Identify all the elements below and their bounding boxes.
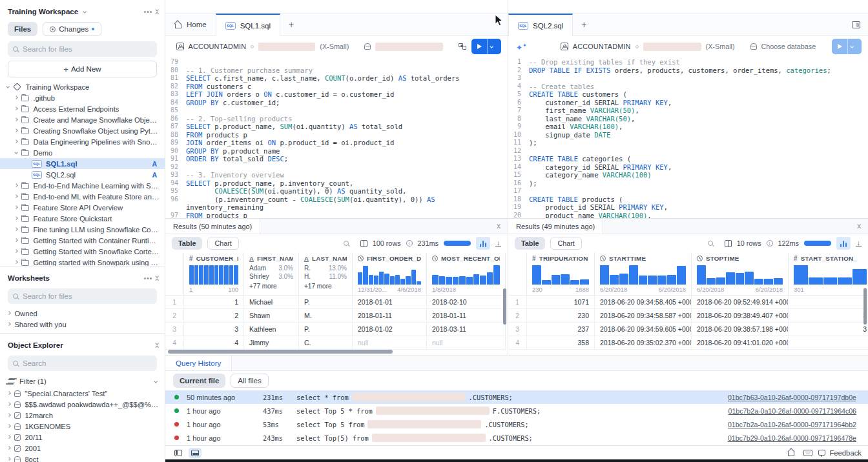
- table-cell[interactable]: 230: [527, 309, 595, 322]
- table-row[interactable]: 11MichaelP.2018-01-012018-02-10: [165, 296, 506, 309]
- object-explorer-item[interactable]: 2001: [0, 443, 165, 454]
- current-file-filter-button[interactable]: Current file: [173, 374, 225, 388]
- table-row[interactable]: 43582018-06-20 09:35:02.370 +00002018-06…: [508, 336, 868, 350]
- table-cell[interactable]: null: [353, 336, 427, 349]
- file-tree-folder[interactable]: Creating Snowflake Object using Python A…: [0, 125, 165, 136]
- split-editor-icon[interactable]: [852, 21, 860, 28]
- table-cell[interactable]: 2018-06-20 09:34:58.405 +0000: [595, 296, 692, 308]
- file-tree-folder[interactable]: Getting Started with Snowflake Cortex ML…: [0, 246, 165, 257]
- results-column-header[interactable]: #CUSTOMER_ID1100: [184, 252, 244, 295]
- table-cell[interactable]: 2: [184, 309, 244, 322]
- table-cell[interactable]: P.: [299, 323, 353, 336]
- file-tree-folder[interactable]: Create and Manage Snowflake Objects like…: [0, 114, 165, 125]
- run-button[interactable]: [832, 39, 862, 54]
- worksheets-search-input[interactable]: [23, 292, 152, 300]
- chevron-right-icon[interactable]: [14, 95, 18, 99]
- results-tab[interactable]: Results (50 minutes ago): [165, 219, 260, 234]
- object-explorer-item[interactable]: "Special.Characters' Test": [0, 388, 165, 399]
- file-tree-folder[interactable]: Data Engineering Pipelines with Snowpark…: [0, 136, 165, 147]
- tab-home[interactable]: Home: [165, 14, 216, 35]
- object-explorer-search[interactable]: [8, 356, 157, 371]
- collapse-panel-icon[interactable]: [156, 275, 158, 281]
- horizontal-scrollbar[interactable]: [168, 350, 393, 354]
- filter-row[interactable]: Filter (1): [0, 375, 165, 388]
- file-tree-folder[interactable]: Getting started with Snowpark using Snow…: [0, 257, 165, 266]
- table-cell[interactable]: null: [427, 336, 506, 349]
- table-row[interactable]: 22302018-06-20 09:34:58.587 +00002018-06…: [508, 309, 868, 323]
- columns-icon[interactable]: [725, 240, 732, 247]
- tab-sql1[interactable]: SQL1.sql: [216, 14, 280, 36]
- query-history-row[interactable]: 1 hour ago243msselect Top(5) from.CUSTOM…: [165, 431, 868, 445]
- info-icon[interactable]: [406, 240, 413, 246]
- table-cell[interactable]: 2018-02-10: [427, 296, 506, 308]
- object-explorer-item[interactable]: 8oct: [0, 454, 165, 462]
- table-cell[interactable]: 2018-06-20 09:38:49.407 +0000: [692, 309, 789, 322]
- chevron-right-icon[interactable]: [14, 238, 18, 242]
- sql-editor-left[interactable]: 7980-- 1. Customer purchase summary81SEL…: [165, 57, 508, 218]
- tab-sql2[interactable]: SQL2.sql: [508, 14, 573, 36]
- object-explorer-item[interactable]: 12march: [0, 410, 165, 421]
- feedback-button[interactable]: Feedback: [818, 449, 862, 457]
- chevron-right-icon[interactable]: [14, 194, 18, 198]
- query-history-row[interactable]: 50 minutes ago231msselect * from.CUSTOME…: [165, 390, 868, 404]
- chart-view-button[interactable]: Chart: [207, 237, 238, 250]
- results-column-header[interactable]: STARTTIME6/20/20186/20/2018: [595, 252, 692, 295]
- table-cell[interactable]: 2018-06-20 09:34:59.605 +0000: [595, 323, 692, 336]
- file-tree-folder[interactable]: Access External Endpoints: [0, 103, 165, 114]
- role-selector[interactable]: ACCOUNTADMIN: [189, 43, 247, 50]
- file-tree-item[interactable]: SQL2.sqlA: [0, 169, 165, 180]
- collapse-results-icon[interactable]: [858, 219, 868, 234]
- table-row[interactable]: 33KathleenP.2018-01-022018-03-11: [165, 323, 506, 336]
- results-column-header[interactable]: #TRIPDURATION2301688: [527, 252, 595, 295]
- table-row[interactable]: 44JimmyC.nullnull: [165, 336, 506, 350]
- copilot-sparkle-icon[interactable]: ✦✦: [516, 42, 527, 52]
- object-explorer-item[interactable]: $$$.awdawd poakwdawda++_@$$@%&#<N...: [0, 399, 165, 410]
- chevron-right-icon[interactable]: [7, 435, 11, 439]
- table-cell[interactable]: 2018-06-20 09:41:01.020 +0000: [692, 336, 789, 349]
- vertical-scrollbar[interactable]: [503, 288, 506, 325]
- chevron-right-icon[interactable]: [14, 183, 18, 187]
- table-cell[interactable]: Jimmy: [244, 336, 299, 349]
- collapse-panel-icon[interactable]: [156, 8, 158, 15]
- table-cell[interactable]: 3: [789, 309, 868, 322]
- shortcuts-button[interactable]: [801, 448, 814, 458]
- vertical-scrollbar[interactable]: [863, 288, 867, 325]
- search-results-icon[interactable]: [708, 241, 713, 246]
- all-files-filter-button[interactable]: All files: [231, 374, 268, 388]
- sql-editor-right[interactable]: 1-- Drop existing tables if they exist2D…: [508, 57, 868, 218]
- chevron-right-icon[interactable]: [7, 457, 11, 461]
- files-search[interactable]: [8, 41, 157, 57]
- table-cell[interactable]: 2018-06-20 09:38:57.198 +0000: [692, 323, 789, 336]
- choose-database-selector[interactable]: Choose database: [761, 43, 816, 50]
- chevron-down-icon[interactable]: [83, 10, 87, 14]
- table-cell[interactable]: 2018-06-20 09:35:02.370 +0000: [595, 336, 692, 349]
- chevron-right-icon[interactable]: [7, 413, 11, 417]
- results-column-header[interactable]: FIRST_ORDER_DATE12/31/20...4/6/2018: [353, 252, 427, 295]
- info-icon[interactable]: [767, 240, 773, 246]
- chart-view-button[interactable]: Chart: [550, 237, 581, 250]
- chevron-right-icon[interactable]: [14, 106, 18, 110]
- table-cell[interactable]: Michael: [244, 296, 299, 308]
- tab-files[interactable]: Files: [8, 22, 37, 36]
- object-explorer-item[interactable]: 20/11: [0, 432, 165, 443]
- chevron-right-icon[interactable]: [7, 402, 11, 406]
- collapse-panel-icon[interactable]: [156, 342, 158, 348]
- chevron-right-icon[interactable]: [14, 227, 18, 231]
- run-options-chevron-icon[interactable]: [490, 45, 493, 48]
- table-cell[interactable]: 2018-06-20 09:34:58.587 +0000: [595, 309, 692, 322]
- new-tab-button[interactable]: +: [573, 14, 595, 35]
- query-id-link[interactable]: 01bc7b63-0a10-26af-0000-09717197db0e: [728, 394, 868, 401]
- table-cell[interactable]: 237: [527, 323, 595, 336]
- chevron-right-icon[interactable]: [7, 391, 11, 395]
- table-cell[interactable]: 2018-03-11: [427, 323, 506, 336]
- results-column-header[interactable]: ALAST_NAMER.13.0%H.11.0%+17 more: [299, 252, 353, 295]
- worksheets-item[interactable]: Shared with you: [0, 319, 165, 330]
- search-results-icon[interactable]: [344, 241, 349, 246]
- file-tree-folder[interactable]: Getting Started with Container Runtimes: [0, 235, 165, 246]
- new-tab-button[interactable]: +: [280, 14, 302, 35]
- table-cell[interactable]: 2018-01-11: [353, 309, 427, 322]
- toggle-bottom-panel-button[interactable]: [189, 448, 202, 458]
- results-column-header[interactable]: #START_STATION_3013: [789, 252, 868, 295]
- run-button[interactable]: [471, 39, 501, 54]
- toggle-left-panel-button[interactable]: [172, 448, 185, 458]
